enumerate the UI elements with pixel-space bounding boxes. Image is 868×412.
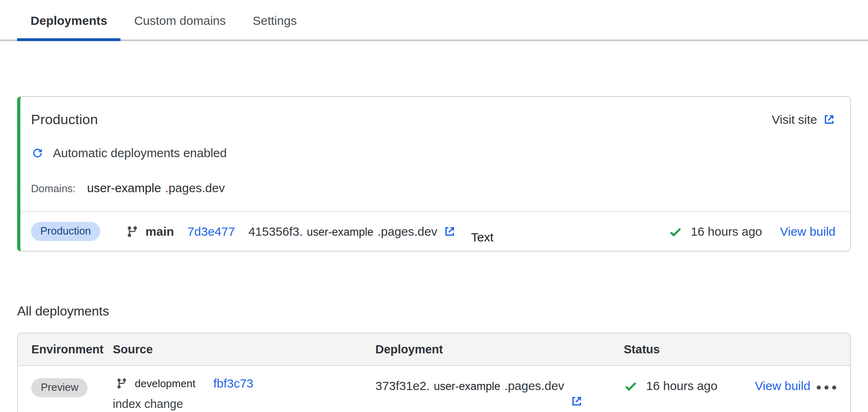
- deployment-url: 373f31e2. user-example .pages.dev: [375, 377, 624, 412]
- external-link-icon[interactable]: [570, 395, 583, 408]
- more-options-icon[interactable]: [817, 379, 836, 390]
- all-deployments-heading: All deployments: [17, 304, 868, 319]
- branch-name: main: [145, 225, 174, 239]
- domain-name: user-example: [87, 181, 161, 195]
- deploy-time: 16 hours ago: [691, 225, 762, 239]
- column-source: Source: [113, 343, 375, 356]
- external-link-icon[interactable]: [443, 225, 456, 238]
- table-row: Preview development fbf3c73 index change…: [18, 366, 850, 412]
- branch-name: development: [135, 377, 195, 390]
- commit-link[interactable]: 7d3e477: [187, 225, 235, 239]
- column-status: Status: [624, 343, 850, 356]
- check-icon: [624, 379, 638, 393]
- annotation-text: Text: [471, 230, 493, 244]
- auto-deploy-text: Automatic deployments enabled: [53, 146, 227, 160]
- view-build-link[interactable]: View build: [755, 379, 810, 393]
- environment-badge: Production: [31, 222, 100, 241]
- git-branch-icon: [126, 226, 138, 238]
- tab-deployments[interactable]: Deployments: [17, 0, 121, 41]
- refresh-icon: [31, 147, 44, 160]
- commit-link[interactable]: fbf3c73: [213, 377, 253, 390]
- deploy-time: 16 hours ago: [646, 379, 717, 393]
- column-environment: Environment: [31, 343, 113, 356]
- check-icon: [669, 225, 682, 239]
- tab-settings[interactable]: Settings: [239, 0, 310, 41]
- tab-custom-domains[interactable]: Custom domains: [121, 0, 239, 41]
- production-deployment-row: Production main 7d3e477 415356f3. user-e…: [20, 211, 850, 251]
- column-deployment: Deployment: [375, 343, 624, 356]
- environment-badge: Preview: [31, 378, 88, 397]
- commit-message: index change: [113, 397, 375, 411]
- git-branch-icon: [116, 378, 127, 389]
- production-card: Production Visit site Automatic deploym: [17, 96, 851, 252]
- visit-site-label: Visit site: [772, 113, 817, 127]
- external-link-icon: [823, 113, 835, 126]
- tab-bar: Deployments Custom domains Settings: [0, 0, 868, 41]
- table-header-row: Environment Source Deployment Status: [18, 333, 850, 366]
- production-card-title: Production: [31, 112, 98, 127]
- deployments-table: Environment Source Deployment Status Pre…: [17, 333, 851, 412]
- deployment-url: 415356f3. user-example .pages.dev: [248, 225, 437, 239]
- domains-label: Domains:: [31, 182, 76, 195]
- visit-site-link[interactable]: Visit site: [772, 113, 835, 127]
- view-build-link[interactable]: View build: [780, 225, 835, 239]
- domain-suffix: .pages.dev: [165, 181, 225, 195]
